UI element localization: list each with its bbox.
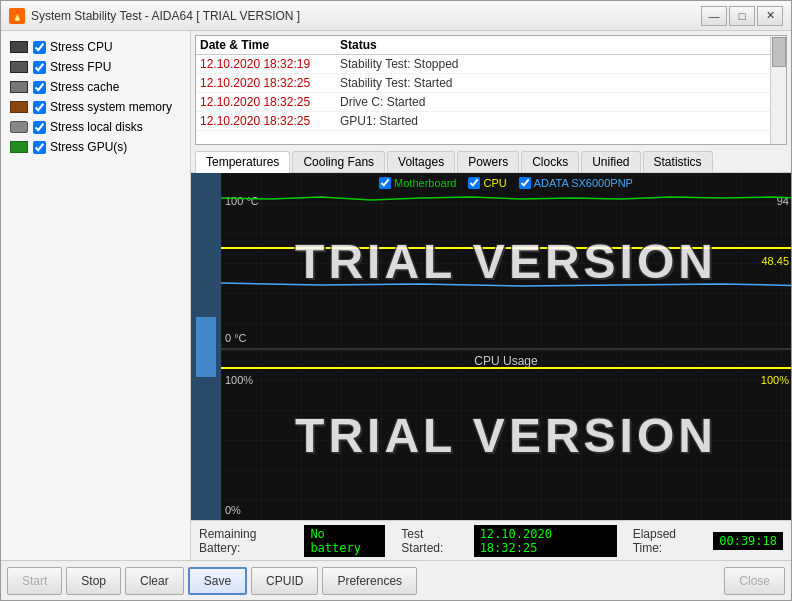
legend-adata-checkbox[interactable]: [519, 177, 531, 189]
stress-memory-label: Stress system memory: [50, 100, 172, 114]
legend-motherboard-checkbox[interactable]: [379, 177, 391, 189]
side-strip: [191, 173, 221, 520]
stress-disk-label: Stress local disks: [50, 120, 143, 134]
chart-container: Motherboard CPU ADATA SX6000PNP: [221, 173, 791, 520]
elapsed-value: 00:39:18: [713, 532, 783, 550]
main-content: Stress CPU Stress FPU Stress cache Stres…: [1, 31, 791, 560]
stress-cache-checkbox[interactable]: [33, 81, 46, 94]
window-title: System Stability Test - AIDA64 [ TRIAL V…: [31, 9, 701, 23]
clear-button[interactable]: Clear: [125, 567, 184, 595]
temp-chart-svg: [221, 173, 791, 348]
test-started-value: 12.10.2020 18:32:25: [474, 525, 617, 557]
window-controls: — □ ✕: [701, 6, 783, 26]
side-blue-bar: [196, 317, 216, 377]
log-status-2: Drive C: Started: [340, 95, 782, 109]
battery-value: No battery: [304, 525, 385, 557]
status-bar: Remaining Battery: No battery Test Start…: [191, 520, 791, 560]
legend-cpu-label: CPU: [483, 177, 506, 189]
cache-icon: [10, 81, 28, 93]
tab-temperatures[interactable]: Temperatures: [195, 151, 290, 173]
preferences-button[interactable]: Preferences: [322, 567, 417, 595]
svg-rect-0: [221, 173, 791, 348]
stress-fpu-item: Stress FPU: [5, 57, 186, 77]
cache-icon-box: [9, 80, 29, 94]
chart-legend: Motherboard CPU ADATA SX6000PNP: [379, 177, 633, 189]
log-status-3: GPU1: Started: [340, 114, 782, 128]
log-date-0: 12.10.2020 18:32:19: [200, 57, 340, 71]
stress-disk-item: Stress local disks: [5, 117, 186, 137]
battery-label: Remaining Battery:: [199, 527, 296, 555]
stress-memory-item: Stress system memory: [5, 97, 186, 117]
stress-cpu-item: Stress CPU: [5, 37, 186, 57]
disk-icon-box: [9, 120, 29, 134]
legend-motherboard: Motherboard: [379, 177, 456, 189]
fpu-icon-box: [9, 60, 29, 74]
stress-cache-label: Stress cache: [50, 80, 119, 94]
log-date-3: 12.10.2020 18:32:25: [200, 114, 340, 128]
log-header-date: Date & Time: [200, 38, 340, 52]
ram-icon-box: [9, 100, 29, 114]
log-row: 12.10.2020 18:32:25 GPU1: Started: [196, 112, 786, 131]
tabs-bar: Temperatures Cooling Fans Voltages Power…: [191, 149, 791, 173]
stress-gpu-item: Stress GPU(s): [5, 137, 186, 157]
tab-unified[interactable]: Unified: [581, 151, 640, 172]
stress-cpu-checkbox[interactable]: [33, 41, 46, 54]
test-started-label: Test Started:: [401, 527, 465, 555]
legend-motherboard-label: Motherboard: [394, 177, 456, 189]
elapsed-label: Elapsed Time:: [633, 527, 706, 555]
ram-icon: [10, 101, 28, 113]
log-scrollbar[interactable]: [770, 36, 786, 144]
tab-statistics[interactable]: Statistics: [643, 151, 713, 172]
log-status-0: Stability Test: Stopped: [340, 57, 782, 71]
close-window-button[interactable]: ✕: [757, 6, 783, 26]
stress-fpu-label: Stress FPU: [50, 60, 111, 74]
gpu-icon-box: [9, 140, 29, 154]
tab-coolingfans[interactable]: Cooling Fans: [292, 151, 385, 172]
title-bar: 🔥 System Stability Test - AIDA64 [ TRIAL…: [1, 1, 791, 31]
log-area: Date & Time Status 12.10.2020 18:32:19 S…: [195, 35, 787, 145]
stress-options-panel: Stress CPU Stress FPU Stress cache Stres…: [1, 31, 191, 560]
stop-button[interactable]: Stop: [66, 567, 121, 595]
log-status-1: Stability Test: Started: [340, 76, 782, 90]
close-button[interactable]: Close: [724, 567, 785, 595]
log-scrollbar-thumb: [772, 37, 786, 67]
main-window: 🔥 System Stability Test - AIDA64 [ TRIAL…: [0, 0, 792, 601]
minimize-button[interactable]: —: [701, 6, 727, 26]
tab-voltages[interactable]: Voltages: [387, 151, 455, 172]
tab-clocks[interactable]: Clocks: [521, 151, 579, 172]
charts-area: Motherboard CPU ADATA SX6000PNP: [191, 173, 791, 520]
stress-gpu-checkbox[interactable]: [33, 141, 46, 154]
legend-cpu-checkbox[interactable]: [468, 177, 480, 189]
stress-memory-checkbox[interactable]: [33, 101, 46, 114]
bottom-bar: Start Stop Clear Save CPUID Preferences …: [1, 560, 791, 600]
stress-cpu-label: Stress CPU: [50, 40, 113, 54]
legend-cpu: CPU: [468, 177, 506, 189]
save-button[interactable]: Save: [188, 567, 247, 595]
tab-powers[interactable]: Powers: [457, 151, 519, 172]
log-header-status: Status: [340, 38, 782, 52]
svg-rect-2: [221, 350, 791, 520]
log-scroll[interactable]: 12.10.2020 18:32:19 Stability Test: Stop…: [196, 55, 786, 139]
cpu-icon: [10, 41, 28, 53]
cpuid-button[interactable]: CPUID: [251, 567, 318, 595]
log-date-1: 12.10.2020 18:32:25: [200, 76, 340, 90]
legend-adata: ADATA SX6000PNP: [519, 177, 633, 189]
cpu-chart-svg: [221, 350, 791, 520]
app-icon: 🔥: [9, 8, 25, 24]
cpu-icon-box: [9, 40, 29, 54]
log-header: Date & Time Status: [196, 36, 786, 55]
stress-fpu-checkbox[interactable]: [33, 61, 46, 74]
gpu-icon: [10, 141, 28, 153]
stress-disk-checkbox[interactable]: [33, 121, 46, 134]
maximize-button[interactable]: □: [729, 6, 755, 26]
stress-gpu-label: Stress GPU(s): [50, 140, 127, 154]
stress-cache-item: Stress cache: [5, 77, 186, 97]
log-row: 12.10.2020 18:32:19 Stability Test: Stop…: [196, 55, 786, 74]
right-panel: Date & Time Status 12.10.2020 18:32:19 S…: [191, 31, 791, 560]
fpu-icon: [10, 61, 28, 73]
log-date-2: 12.10.2020 18:32:25: [200, 95, 340, 109]
disk-icon: [10, 121, 28, 133]
log-row: 12.10.2020 18:32:25 Stability Test: Star…: [196, 74, 786, 93]
temp-chart: Motherboard CPU ADATA SX6000PNP: [221, 173, 791, 350]
start-button[interactable]: Start: [7, 567, 62, 595]
